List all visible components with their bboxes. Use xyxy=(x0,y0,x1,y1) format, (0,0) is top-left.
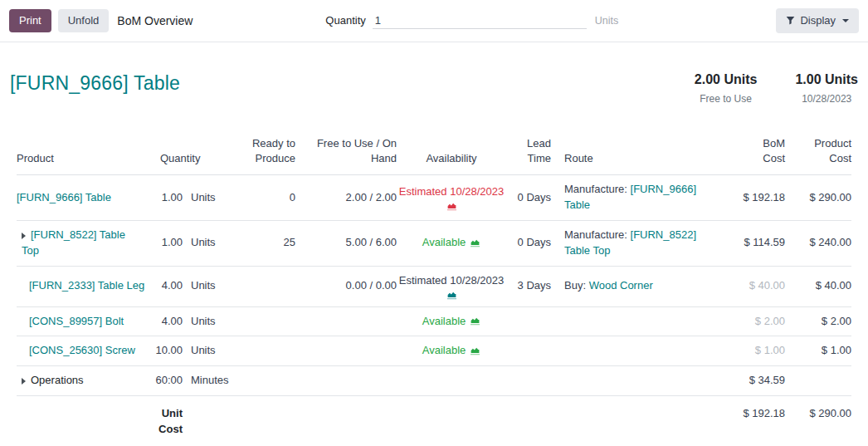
quantity-group: Quantity Units xyxy=(325,12,618,29)
product-cost-cell: $ 40.00 xyxy=(785,266,851,306)
availability-status: Available xyxy=(422,314,481,330)
print-button[interactable]: Print xyxy=(9,9,51,32)
col-ready-to-produce: Ready to Produce xyxy=(237,136,295,175)
availability-cell xyxy=(397,366,506,396)
on-hand-cell xyxy=(295,306,397,336)
col-route: Route xyxy=(551,136,717,175)
product-cost-cell: $ 2.00 xyxy=(785,306,851,336)
quantity-cell: 4.00 xyxy=(145,266,183,306)
stat-free-to-use-value: 2.00 Units xyxy=(695,72,758,87)
stat-forecast-date: 1.00 Units 10/28/2023 xyxy=(795,72,858,105)
on-hand-cell: 0.00 / 0.00 xyxy=(295,266,397,306)
expand-caret-icon[interactable] xyxy=(22,233,26,239)
table-row: [FURN_9666] Table 1.00 Units 0 2.00 / 2.… xyxy=(17,175,851,221)
col-free-to-use-on-hand: Free to Use / On Hand xyxy=(295,136,397,175)
quantity-cell: 4.00 xyxy=(145,306,183,336)
route-cell xyxy=(551,306,717,336)
unfold-button[interactable]: Unfold xyxy=(58,9,110,32)
ready-to-produce-cell xyxy=(237,336,295,366)
route-prefix: Buy: xyxy=(564,279,586,292)
toolbar: Print Unfold BoM Overview Quantity Units… xyxy=(0,0,868,42)
stat-forecast-date-label: 10/28/2023 xyxy=(795,93,858,105)
footer-bom-cost: $ 192.18 xyxy=(717,396,785,443)
quantity-cell: 1.00 xyxy=(145,175,183,221)
bom-cost-cell: $ 34.59 xyxy=(717,366,785,396)
expand-caret-icon[interactable] xyxy=(22,378,26,385)
ready-to-produce-cell xyxy=(237,306,295,336)
uom-cell: Units xyxy=(183,175,237,221)
col-product-cost: Product Cost xyxy=(785,136,851,175)
product-link[interactable]: [FURN_2333] Table Leg xyxy=(29,279,144,292)
bom-cost-cell: $ 1.00 xyxy=(717,336,785,366)
lead-time-cell: 0 Days xyxy=(506,220,551,266)
lead-time-cell xyxy=(506,306,551,336)
route-prefix: Manufacture: xyxy=(564,183,627,195)
filter-icon xyxy=(786,16,795,25)
quantity-cell: 10.00 xyxy=(145,336,183,366)
product-link[interactable]: [FURN_9666] Table xyxy=(17,191,111,203)
uom-cell: Minutes xyxy=(183,366,237,396)
forecast-chart-icon[interactable] xyxy=(446,202,457,211)
forecast-chart-icon[interactable] xyxy=(470,316,480,326)
uom-cell: Units xyxy=(183,306,237,336)
stat-forecast-date-value: 1.00 Units xyxy=(795,72,858,87)
uom-cell: Units xyxy=(183,266,237,306)
display-label: Display xyxy=(800,14,836,27)
product-link[interactable]: [CONS_25630] Screw xyxy=(29,344,135,356)
bom-product-title: [FURN_9666] Table xyxy=(10,72,180,95)
availability-text: Available xyxy=(422,235,466,251)
route-prefix: Manufacture: xyxy=(564,228,627,241)
availability-text: Available xyxy=(422,343,466,359)
uom-cell: Units xyxy=(183,220,237,266)
quantity-input[interactable] xyxy=(373,12,587,29)
table-row: [CONS_25630] Screw 10.00 Units Available… xyxy=(17,336,851,366)
bom-overview-report: [FURN_9666] Table 2.00 Units Free to Use… xyxy=(0,72,868,443)
lead-time-cell xyxy=(506,366,551,396)
lead-time-cell: 0 Days xyxy=(506,175,551,221)
route-cell xyxy=(551,366,717,396)
col-availability: Availability xyxy=(397,136,506,175)
product-cost-cell: $ 240.00 xyxy=(785,220,851,266)
quantity-cell: 1.00 xyxy=(145,220,183,266)
stat-free-to-use-label: Free to Use xyxy=(695,93,758,105)
route-cell: Manufacture: [FURN_9666] Table xyxy=(551,175,717,221)
forecast-chart-icon[interactable] xyxy=(470,346,480,355)
availability-status: Estimated 10/28/2023 xyxy=(399,273,504,300)
product-cost-cell xyxy=(785,366,851,396)
on-hand-cell: 2.00 / 2.00 xyxy=(295,175,397,221)
forecast-chart-icon[interactable] xyxy=(446,291,457,300)
report-header: [FURN_9666] Table 2.00 Units Free to Use… xyxy=(0,72,868,105)
quantity-cell: 60:00 xyxy=(145,366,183,396)
table-header-row: Product Quantity Ready to Produce Free t… xyxy=(17,136,851,175)
product-link[interactable]: [FURN_8522] Table Top xyxy=(22,228,125,257)
operations-label[interactable]: Operations xyxy=(31,374,84,386)
route-cell xyxy=(551,336,717,366)
ready-to-produce-cell: 0 xyxy=(237,175,295,221)
product-link[interactable]: [CONS_89957] Bolt xyxy=(29,315,124,327)
forecast-chart-icon[interactable] xyxy=(470,238,480,248)
display-dropdown-button[interactable]: Display xyxy=(776,8,859,33)
on-hand-cell xyxy=(295,336,397,366)
route-link[interactable]: Wood Corner xyxy=(589,279,653,292)
bom-cost-cell: $ 40.00 xyxy=(717,266,785,306)
ready-to-produce-cell xyxy=(237,266,295,306)
unit-cost-footer-row: Unit Cost $ 192.18 $ 290.00 xyxy=(17,396,851,443)
quantity-uom-label: Units xyxy=(595,15,618,27)
on-hand-cell xyxy=(295,366,397,396)
page-title: BoM Overview xyxy=(117,14,193,27)
table-row: [FURN_8522] Table Top 1.00 Units 25 5.00… xyxy=(17,220,851,266)
availability-status: Available xyxy=(422,235,481,251)
footer-product-cost: $ 290.00 xyxy=(785,396,851,443)
unit-cost-label: Unit Cost xyxy=(145,396,183,443)
availability-text: Estimated 10/28/2023 xyxy=(399,184,504,200)
quantity-label: Quantity xyxy=(325,14,365,27)
table-row: Operations 60:00 Minutes $ 34.59 xyxy=(17,366,851,396)
col-bom-cost: BoM Cost xyxy=(717,136,785,175)
on-hand-cell: 5.00 / 6.00 xyxy=(295,220,397,266)
bom-cost-cell: $ 2.00 xyxy=(717,306,785,336)
uom-cell: Units xyxy=(183,336,237,366)
bom-cost-cell: $ 114.59 xyxy=(717,220,785,266)
col-product: Product xyxy=(17,136,145,175)
product-cost-cell: $ 1.00 xyxy=(785,336,851,366)
ready-to-produce-cell: 25 xyxy=(237,220,295,266)
